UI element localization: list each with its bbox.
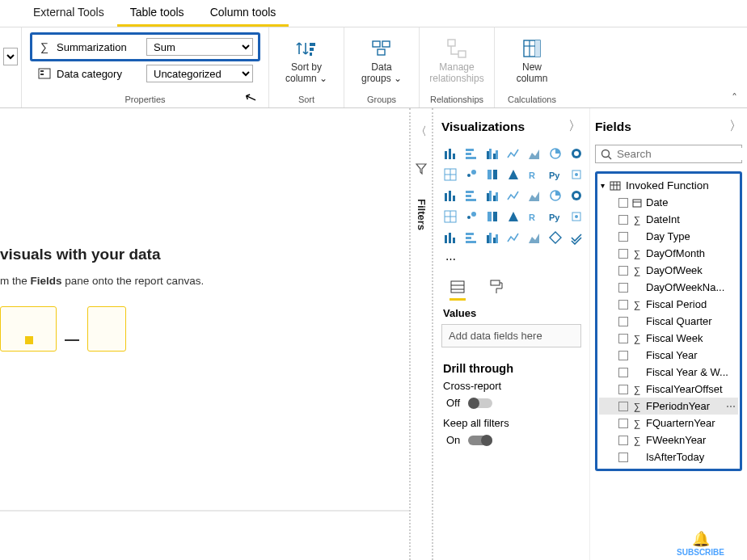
summarization-select[interactable]: Sum xyxy=(146,38,253,56)
field-checkbox[interactable] xyxy=(618,215,628,225)
field-checkbox[interactable] xyxy=(618,266,628,276)
viz-type-11[interactable]: R xyxy=(525,166,543,183)
collapse-ribbon-chevron-icon[interactable]: ˄ xyxy=(732,91,737,104)
sort-by-column-button[interactable]: Sort bycolumn ⌄ xyxy=(277,34,336,84)
cross-report-toggle[interactable] xyxy=(468,398,492,408)
viz-type-12[interactable]: Py xyxy=(547,166,564,183)
report-canvas[interactable]: visuals with your data m the Fields pane… xyxy=(0,108,411,560)
field-date[interactable]: Date xyxy=(599,194,738,211)
data-groups-button[interactable]: Datagroups ⌄ xyxy=(352,34,411,84)
viz-type-34[interactable] xyxy=(568,229,585,246)
viz-type-3[interactable] xyxy=(504,145,522,162)
viz-type-30[interactable] xyxy=(483,229,501,246)
viz-type-2[interactable] xyxy=(483,145,501,162)
field-checkbox[interactable] xyxy=(618,436,628,445)
viz-type-24[interactable] xyxy=(504,208,522,225)
viz-type-20[interactable] xyxy=(568,187,585,204)
svg-rect-35 xyxy=(487,170,492,179)
field-checkbox[interactable] xyxy=(618,283,628,293)
svg-rect-4 xyxy=(310,48,314,51)
field-dayofmonth[interactable]: ∑DayOfMonth xyxy=(599,245,738,262)
collapse-fields-chevron-icon[interactable]: 〉 xyxy=(729,118,742,135)
viz-type-4[interactable] xyxy=(525,145,543,162)
viz-type-18[interactable] xyxy=(525,187,543,204)
field-fiscalyearoffset[interactable]: ∑FiscalYearOffset xyxy=(599,381,738,398)
field-checkbox[interactable] xyxy=(618,385,628,394)
field-fiscal-week[interactable]: ∑Fiscal Week xyxy=(599,330,738,347)
viz-type-8[interactable] xyxy=(462,166,480,183)
viz-type-27[interactable] xyxy=(568,208,585,225)
viz-type-9[interactable] xyxy=(483,166,501,183)
values-dropzone[interactable]: Add data fields here xyxy=(441,324,581,347)
field-fweeknyear[interactable]: ∑FWeeknYear xyxy=(599,432,738,448)
field-checkbox[interactable] xyxy=(618,317,628,326)
tab-table-tools[interactable]: Table tools xyxy=(117,0,197,27)
field-checkbox[interactable] xyxy=(618,334,628,343)
field-checkbox[interactable] xyxy=(618,453,628,462)
viz-type-32[interactable] xyxy=(525,229,543,246)
field-checkbox[interactable] xyxy=(618,351,628,360)
collapse-viz-chevron-icon[interactable]: 〉 xyxy=(568,118,581,135)
svg-rect-81 xyxy=(491,280,500,285)
viz-type-16[interactable] xyxy=(483,187,501,204)
viz-type-5[interactable] xyxy=(547,145,564,162)
field-checkbox[interactable] xyxy=(618,232,628,242)
viz-type-29[interactable] xyxy=(462,229,480,246)
tab-column-tools[interactable]: Column tools xyxy=(197,0,289,27)
data-category-select[interactable]: Uncategorized xyxy=(146,65,253,82)
field-dayofweek[interactable]: ∑DayOfWeek xyxy=(599,262,738,279)
field-menu-icon[interactable]: ⋯ xyxy=(726,401,736,412)
field-checkbox[interactable] xyxy=(618,419,628,428)
viz-type-21[interactable] xyxy=(441,208,459,225)
field-fiscal-year-w-[interactable]: Fiscal Year & W... xyxy=(599,364,738,381)
viz-type-22[interactable] xyxy=(462,208,480,225)
viz-more[interactable]: ⋯ xyxy=(441,250,459,267)
viz-type-1[interactable] xyxy=(462,145,480,162)
viz-type-10[interactable] xyxy=(504,166,522,183)
field-checkbox[interactable] xyxy=(618,249,628,259)
field-fquarternyear[interactable]: ∑FQuarternYear xyxy=(599,415,738,432)
field-fiscal-period[interactable]: ∑Fiscal Period xyxy=(599,296,738,313)
groups-icon xyxy=(370,37,393,60)
viz-type-31[interactable] xyxy=(504,229,522,246)
table-invoked-function[interactable]: ▾ Invoked Function xyxy=(599,177,738,194)
svg-point-54 xyxy=(574,193,579,198)
viz-type-15[interactable] xyxy=(462,187,480,204)
fields-search-input[interactable] xyxy=(617,148,747,160)
field-checkbox[interactable] xyxy=(618,198,628,208)
viz-type-7[interactable] xyxy=(441,166,459,183)
format-dropdown-stub[interactable] xyxy=(3,48,18,65)
field-fiscal-quarter[interactable]: Fiscal Quarter xyxy=(599,313,738,330)
viz-type-33[interactable] xyxy=(547,229,564,246)
field-dayofweekna-[interactable]: DayOfWeekNa... xyxy=(599,279,738,296)
tab-external-tools[interactable]: External Tools xyxy=(20,0,117,27)
expand-filters-chevron-icon[interactable]: 〈 xyxy=(416,124,427,139)
keep-filters-toggle[interactable] xyxy=(468,436,492,445)
viz-type-28[interactable] xyxy=(441,229,459,246)
manage-relationships-button[interactable]: Managerelationships xyxy=(428,34,486,84)
field-fiscal-year[interactable]: Fiscal Year xyxy=(599,347,738,364)
svg-rect-8 xyxy=(378,49,385,55)
field-checkbox[interactable] xyxy=(618,300,628,309)
viz-type-19[interactable] xyxy=(547,187,564,204)
fields-well-icon[interactable] xyxy=(449,279,466,301)
field-checkbox[interactable] xyxy=(618,402,628,411)
viz-type-23[interactable] xyxy=(483,208,501,225)
fields-search[interactable] xyxy=(595,145,742,163)
field-label: Date xyxy=(646,196,668,208)
format-roller-icon[interactable] xyxy=(488,279,504,301)
svg-rect-47 xyxy=(487,193,489,201)
field-day-type[interactable]: Day Type xyxy=(599,228,738,245)
viz-type-13[interactable] xyxy=(568,166,585,183)
viz-type-0[interactable] xyxy=(441,145,459,162)
new-column-button[interactable]: Newcolumn xyxy=(503,34,561,84)
viz-type-17[interactable] xyxy=(504,187,522,204)
field-dateint[interactable]: ∑DateInt xyxy=(599,211,738,228)
viz-type-26[interactable]: Py xyxy=(547,208,564,225)
viz-type-6[interactable] xyxy=(568,145,585,162)
field-fperiodnyear[interactable]: ∑FPeriodnYear⋯ xyxy=(599,398,738,415)
viz-type-25[interactable]: R xyxy=(525,208,543,225)
field-isaftertoday[interactable]: IsAfterToday xyxy=(599,448,738,465)
viz-type-14[interactable] xyxy=(441,187,459,204)
field-checkbox[interactable] xyxy=(618,368,628,377)
